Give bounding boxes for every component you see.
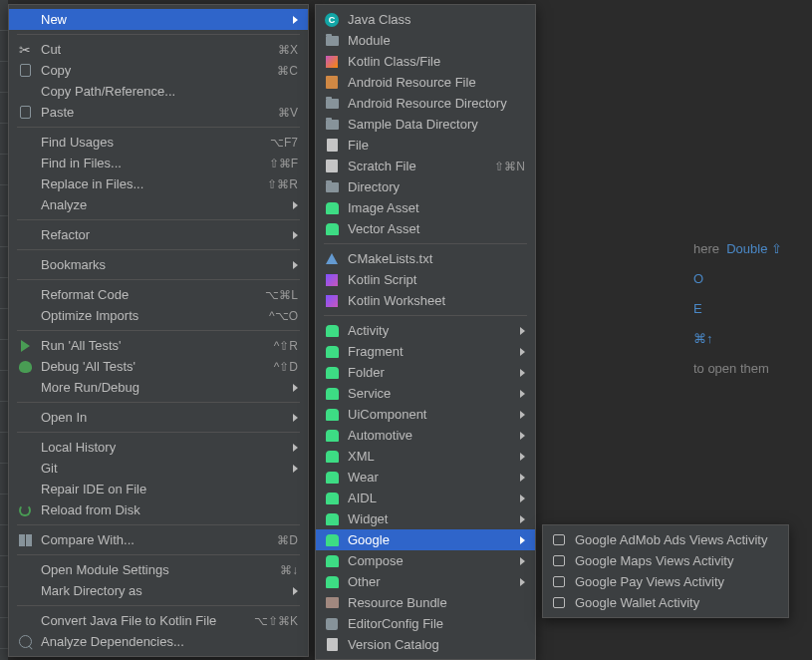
new-item-fragment[interactable]: Fragment <box>316 341 535 362</box>
menu-item-label: EditorConfig File <box>348 616 525 631</box>
context-item-git[interactable]: Git <box>9 458 308 479</box>
chevron-right-icon <box>293 231 298 239</box>
wallet-icon <box>551 532 567 548</box>
folder-icon <box>324 33 340 49</box>
new-item-directory[interactable]: Directory <box>316 176 535 197</box>
menu-item-label: Paste <box>41 105 258 120</box>
context-item-debug-all-tests[interactable]: Debug 'All Tests'^⇧D <box>9 356 308 377</box>
context-item-copy[interactable]: Copy⌘C <box>9 60 308 81</box>
context-item-bookmarks[interactable]: Bookmarks <box>9 254 308 275</box>
context-item-new[interactable]: New <box>9 9 308 30</box>
new-item-folder[interactable]: Folder <box>316 362 535 383</box>
new-item-google[interactable]: Google <box>316 529 535 550</box>
shortcut: ⇧⌘R <box>267 177 298 191</box>
new-item-editorconfig-file[interactable]: EditorConfig File <box>316 613 535 634</box>
menu-item-label: Analyze <box>41 197 285 212</box>
new-item-kotlin-class-file[interactable]: Kotlin Class/File <box>316 51 535 72</box>
new-item-resource-bundle[interactable]: Resource Bundle <box>316 592 535 613</box>
cmake-icon <box>324 251 340 267</box>
new-item-scratch-file[interactable]: Scratch File⇧⌘N <box>316 156 535 176</box>
context-item-compare-with[interactable]: Compare With...⌘D <box>9 529 308 550</box>
context-item-analyze[interactable]: Analyze <box>9 194 308 215</box>
new-item-sample-data-directory[interactable]: Sample Data Directory <box>316 114 535 135</box>
shortcut: ⇧⌘F <box>269 157 298 170</box>
context-item-run-all-tests[interactable]: Run 'All Tests'^⇧R <box>9 335 308 356</box>
new-item-compose[interactable]: Compose <box>316 550 535 571</box>
shortcut: ⌘D <box>277 533 298 547</box>
context-item-convert-java-file-to-kotlin-file[interactable]: Convert Java File to Kotlin File⌥⇧⌘K <box>9 610 308 631</box>
new-item-wear[interactable]: Wear <box>316 467 535 488</box>
menu-item-label: Java Class <box>348 12 525 27</box>
new-item-kotlin-script[interactable]: Kotlin Script <box>316 269 535 290</box>
google-item-google-wallet-activity[interactable]: Google Wallet Activity <box>543 592 788 613</box>
new-item-file[interactable]: File <box>316 135 535 156</box>
separator <box>17 554 300 555</box>
context-item-open-module-settings[interactable]: Open Module Settings⌘↓ <box>9 559 308 580</box>
menu-item-label: Vector Asset <box>348 221 525 236</box>
context-item-analyze-dependencies[interactable]: Analyze Dependencies... <box>9 631 308 652</box>
menu-item-label: Module <box>348 33 525 48</box>
menu-item-label: Cut <box>41 42 258 57</box>
new-item-android-resource-file[interactable]: Android Resource File <box>316 72 535 93</box>
folder-icon <box>324 117 340 133</box>
menu-item-label: Google Pay Views Activity <box>575 574 778 589</box>
new-item-xml[interactable]: XML <box>316 446 535 467</box>
separator <box>17 402 300 403</box>
separator <box>324 315 527 316</box>
menu-item-label: XML <box>348 449 512 464</box>
context-item-reload-from-disk[interactable]: Reload from Disk <box>9 499 308 520</box>
menu-item-label: New <box>41 12 285 27</box>
menu-item-label: Copy Path/Reference... <box>41 84 298 99</box>
google-item-google-maps-views-activity[interactable]: Google Maps Views Activity <box>543 550 788 571</box>
context-item-optimize-imports[interactable]: Optimize Imports^⌥O <box>9 305 308 326</box>
context-item-find-usages[interactable]: Find Usages⌥F7 <box>9 132 308 153</box>
context-item-local-history[interactable]: Local History <box>9 437 308 458</box>
menu-item-label: Analyze Dependencies... <box>41 634 298 649</box>
menu-item-label: Folder <box>348 365 512 380</box>
context-item-replace-in-files[interactable]: Replace in Files...⇧⌘R <box>9 173 308 194</box>
google-item-google-admob-ads-views-activity[interactable]: Google AdMob Ads Views Activity <box>543 529 788 550</box>
google-item-google-pay-views-activity[interactable]: Google Pay Views Activity <box>543 571 788 592</box>
menu-item-label: Open Module Settings <box>41 562 260 577</box>
new-item-automotive[interactable]: Automotive <box>316 425 535 446</box>
new-item-vector-asset[interactable]: Vector Asset <box>316 218 535 239</box>
new-item-widget[interactable]: Widget <box>316 508 535 529</box>
context-item-mark-directory-as[interactable]: Mark Directory as <box>9 580 308 601</box>
new-item-java-class[interactable]: CJava Class <box>316 9 535 30</box>
android-icon <box>324 200 340 216</box>
new-item-version-catalog[interactable]: Version Catalog <box>316 634 535 655</box>
context-item-more-run-debug[interactable]: More Run/Debug <box>9 377 308 398</box>
context-item-copy-path-reference[interactable]: Copy Path/Reference... <box>9 81 308 102</box>
context-item-refactor[interactable]: Refactor <box>9 224 308 245</box>
new-item-other[interactable]: Other <box>316 571 535 592</box>
circle-c-icon: C <box>324 12 340 28</box>
new-item-android-resource-directory[interactable]: Android Resource Directory <box>316 93 535 114</box>
context-item-reformat-code[interactable]: Reformat Code⌥⌘L <box>9 284 308 305</box>
context-item-repair-ide-on-file[interactable]: Repair IDE on File <box>9 479 308 499</box>
menu-item-label: Find in Files... <box>41 156 249 170</box>
new-item-kotlin-worksheet[interactable]: Kotlin Worksheet <box>316 290 535 311</box>
context-item-find-in-files[interactable]: Find in Files...⇧⌘F <box>9 153 308 173</box>
new-item-module[interactable]: Module <box>316 30 535 51</box>
new-item-activity[interactable]: Activity <box>316 320 535 341</box>
menu-item-label: Compare With... <box>41 532 257 547</box>
android-icon <box>324 449 340 465</box>
new-item-service[interactable]: Service <box>316 383 535 404</box>
context-item-paste[interactable]: Paste⌘V <box>9 102 308 123</box>
android-icon <box>324 428 340 444</box>
new-item-cmakelists-txt[interactable]: CMakeLists.txt <box>316 248 535 269</box>
context-item-open-in[interactable]: Open In <box>9 407 308 428</box>
new-item-aidl[interactable]: AIDL <box>316 488 535 508</box>
chevron-right-icon <box>520 411 525 419</box>
shortcut: ⌘↓ <box>280 563 298 577</box>
menu-item-label: Fragment <box>348 344 512 359</box>
context-item-cut[interactable]: ✂Cut⌘X <box>9 39 308 60</box>
new-item-uicomponent[interactable]: UiComponent <box>316 404 535 425</box>
cut-icon: ✂ <box>17 42 33 58</box>
new-item-image-asset[interactable]: Image Asset <box>316 197 535 218</box>
separator <box>17 219 300 220</box>
android-icon <box>324 532 340 548</box>
menu-item-label: Google <box>348 532 512 547</box>
menu-item-label: Refactor <box>41 227 285 242</box>
shortcut: ⌘X <box>278 43 298 57</box>
